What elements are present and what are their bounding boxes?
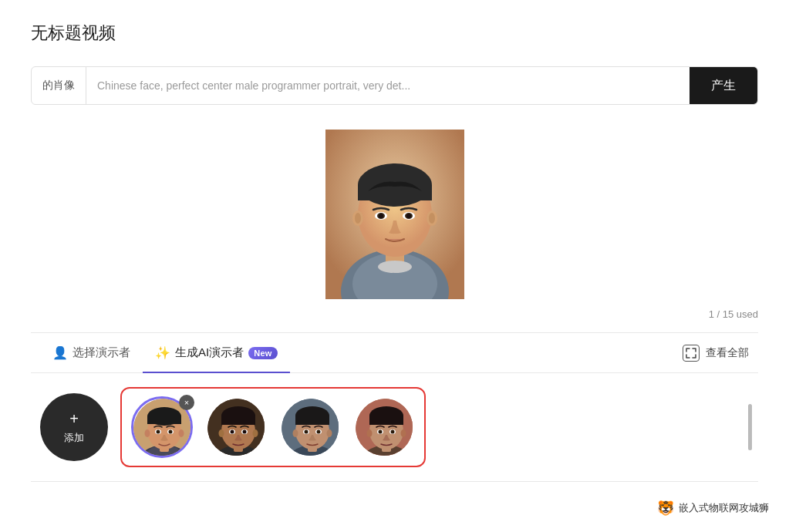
- avatar-item-1[interactable]: ×: [131, 396, 193, 458]
- main-content: 无标题视频 的肖像 产生: [0, 0, 789, 497]
- avatars-section: + 添加: [31, 373, 758, 481]
- svg-rect-53: [295, 416, 329, 425]
- svg-point-13: [406, 214, 411, 218]
- tabs-left: 👤 选择演示者 ✨ 生成AI演示者 New: [40, 333, 290, 373]
- svg-point-58: [293, 429, 298, 437]
- svg-point-43: [243, 430, 247, 434]
- svg-point-41: [231, 430, 234, 434]
- avatar-item-3[interactable]: [279, 396, 341, 458]
- new-badge: New: [248, 347, 278, 359]
- watermark-text: 嵌入式物联网攻城狮: [679, 501, 769, 515]
- scrollbar-track[interactable]: [748, 373, 752, 481]
- tabs-section: 👤 选择演示者 ✨ 生成AI演示者 New: [31, 332, 758, 482]
- prompt-label: 的肖像: [32, 67, 86, 104]
- expand-icon: [683, 345, 700, 362]
- add-avatar-button[interactable]: + 添加: [40, 393, 108, 461]
- svg-rect-7: [358, 185, 432, 200]
- usage-info: 1 / 15 used: [31, 308, 758, 320]
- svg-point-69: [379, 430, 383, 434]
- svg-point-45: [253, 429, 258, 437]
- prompt-row: 的肖像 产生: [31, 66, 758, 105]
- svg-rect-25: [147, 416, 181, 424]
- avatar-item-4[interactable]: [353, 396, 415, 458]
- avatar-circle-3: [279, 396, 341, 458]
- svg-point-17: [429, 213, 435, 224]
- person-icon: 👤: [52, 345, 68, 360]
- tabs-header: 👤 选择演示者 ✨ 生成AI演示者 New: [31, 333, 758, 373]
- svg-point-71: [391, 430, 395, 434]
- add-label: 添加: [64, 431, 84, 445]
- page-title: 无标题视频: [31, 22, 758, 45]
- avatar-item-2[interactable]: [205, 396, 267, 458]
- svg-point-73: [401, 429, 406, 437]
- sparkle-icon: ✨: [155, 345, 170, 360]
- tab-select-label: 选择演示者: [72, 345, 130, 360]
- avatar-circle-4: [353, 396, 415, 458]
- svg-point-30: [145, 429, 150, 437]
- avatar-close-1[interactable]: ×: [179, 395, 194, 410]
- plus-icon: +: [69, 410, 79, 428]
- tab-select-presenter[interactable]: 👤 选择演示者: [40, 333, 143, 373]
- portrait-image: [325, 130, 464, 299]
- portrait-section: [31, 130, 758, 299]
- svg-point-72: [367, 429, 373, 437]
- svg-point-31: [179, 429, 184, 437]
- avatars-group: ×: [120, 387, 426, 467]
- svg-point-29: [169, 430, 173, 434]
- svg-point-59: [327, 429, 332, 437]
- view-all-label: 查看全部: [706, 346, 749, 360]
- svg-point-44: [219, 429, 224, 437]
- prompt-input[interactable]: [86, 67, 690, 104]
- tab-generate-label: 生成AI演示者: [175, 345, 244, 360]
- svg-point-57: [317, 430, 321, 434]
- svg-rect-39: [221, 416, 255, 425]
- generate-button[interactable]: 产生: [690, 67, 757, 104]
- tabs-right[interactable]: 查看全部: [683, 345, 749, 362]
- avatar-circle-2: [205, 396, 267, 458]
- svg-point-10: [379, 214, 383, 218]
- page-container: 无标题视频 的肖像 产生: [0, 0, 789, 532]
- tab-generate-ai[interactable]: ✨ 生成AI演示者 New: [143, 333, 290, 373]
- scrollbar-thumb: [748, 404, 752, 450]
- svg-point-27: [157, 430, 160, 434]
- svg-point-16: [355, 213, 361, 224]
- watermark: 🐯 嵌入式物联网攻城狮: [649, 497, 777, 520]
- svg-rect-67: [369, 416, 403, 425]
- svg-point-4: [378, 261, 412, 273]
- svg-point-55: [305, 430, 309, 434]
- watermark-icon: 🐯: [657, 500, 674, 517]
